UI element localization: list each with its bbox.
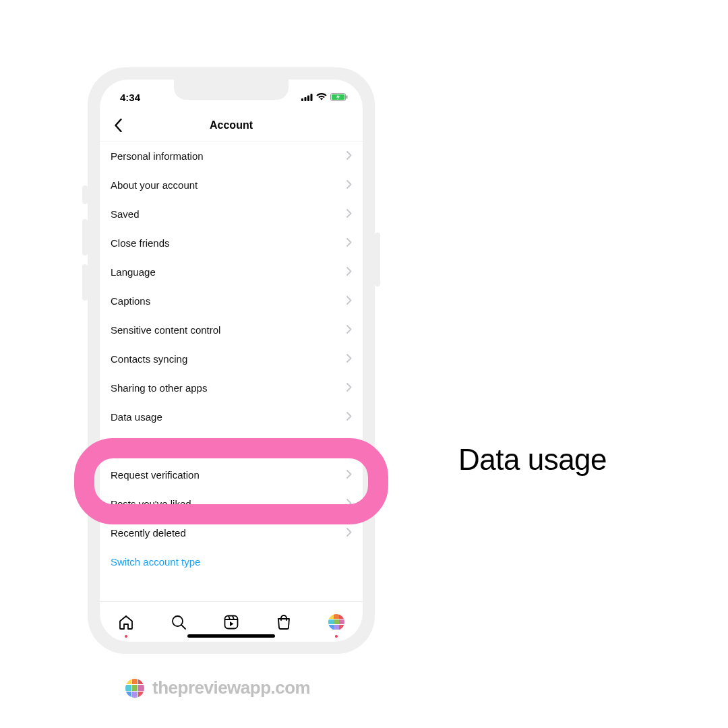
notification-dot — [335, 635, 338, 638]
footer-url: thepreviewapp.com — [152, 677, 310, 698]
chevron-right-icon — [346, 498, 352, 510]
chevron-right-icon — [346, 208, 352, 220]
row-label: Saved — [111, 208, 140, 220]
side-button — [82, 185, 88, 204]
tab-search[interactable] — [169, 613, 188, 632]
tab-profile[interactable] — [327, 613, 346, 632]
row-label: Contacts syncing — [111, 353, 187, 365]
row-close-friends[interactable]: Close friends — [100, 229, 363, 257]
tab-home[interactable] — [117, 613, 135, 632]
row-about-your-account[interactable]: About your account — [100, 171, 363, 200]
profile-avatar-icon — [328, 614, 344, 630]
row-original-photos[interactable]: Original photos — [100, 431, 363, 460]
chevron-right-icon — [346, 324, 352, 336]
svg-line-8 — [181, 625, 185, 629]
search-icon — [171, 614, 187, 630]
nav-header: Account — [100, 109, 363, 142]
side-button — [82, 219, 88, 255]
status-time: 4:34 — [120, 92, 140, 103]
row-data-usage[interactable]: Data usage — [100, 402, 363, 431]
chevron-right-icon — [346, 237, 352, 249]
tab-shop[interactable] — [274, 613, 293, 632]
home-icon — [118, 614, 134, 630]
battery-charging-icon — [330, 92, 348, 103]
reels-icon — [223, 614, 239, 630]
chevron-left-icon — [114, 119, 123, 132]
row-label: Data usage — [111, 411, 162, 423]
svg-rect-0 — [301, 98, 303, 101]
footer-brand: thepreviewapp.com — [125, 677, 310, 698]
row-label: Posts you've liked — [111, 498, 191, 510]
chevron-right-icon — [346, 469, 352, 481]
chevron-right-icon — [346, 266, 352, 278]
row-label: Personal information — [111, 150, 204, 162]
svg-rect-3 — [311, 94, 313, 101]
back-button[interactable] — [109, 117, 127, 134]
row-label: Captions — [111, 295, 150, 307]
row-saved[interactable]: Saved — [100, 200, 363, 229]
row-sensitive-content-control[interactable]: Sensitive content control — [100, 315, 363, 344]
brand-logo-icon — [125, 679, 144, 698]
svg-rect-1 — [305, 97, 307, 101]
row-label: Switch account type — [111, 556, 200, 568]
notification-dot — [125, 635, 127, 638]
notch — [174, 80, 289, 100]
row-label: Language — [111, 266, 156, 278]
row-label: About your account — [111, 179, 198, 191]
svg-rect-9 — [225, 615, 238, 628]
signal-icon — [301, 92, 313, 103]
wifi-icon — [316, 92, 327, 103]
svg-rect-2 — [307, 95, 309, 101]
row-label: Request verification — [111, 469, 200, 481]
side-button — [82, 264, 88, 301]
row-recently-deleted[interactable]: Recently deleted — [100, 518, 363, 547]
page-title: Account — [100, 119, 363, 131]
chevron-right-icon — [346, 295, 352, 307]
chevron-right-icon — [346, 382, 352, 394]
side-button — [375, 233, 380, 286]
chevron-right-icon — [346, 411, 352, 423]
callout-text: Data usage — [458, 443, 607, 477]
row-label: Sharing to other apps — [111, 382, 207, 394]
settings-list: Personal information About your account … — [100, 142, 363, 601]
home-indicator[interactable] — [187, 634, 275, 638]
shop-icon — [276, 614, 292, 630]
phone-frame: 4:34 Account Personal information Ab — [88, 67, 375, 654]
row-label: Sensitive content control — [111, 324, 220, 336]
chevron-right-icon — [346, 440, 352, 452]
row-label: Recently deleted — [111, 527, 186, 539]
chevron-right-icon — [346, 150, 352, 162]
row-language[interactable]: Language — [100, 257, 363, 286]
svg-rect-6 — [346, 95, 348, 98]
row-switch-account-type[interactable]: Switch account type — [100, 547, 363, 576]
row-captions[interactable]: Captions — [100, 286, 363, 315]
phone-screen: 4:34 Account Personal information Ab — [100, 80, 363, 642]
chevron-right-icon — [346, 527, 352, 539]
tab-bar — [100, 601, 363, 642]
row-sharing-to-other-apps[interactable]: Sharing to other apps — [100, 373, 363, 402]
row-label: Close friends — [111, 237, 170, 249]
row-posts-youve-liked[interactable]: Posts you've liked — [100, 489, 363, 518]
row-contacts-syncing[interactable]: Contacts syncing — [100, 344, 363, 373]
tab-reels[interactable] — [222, 613, 241, 632]
chevron-right-icon — [346, 353, 352, 365]
row-label: Original photos — [111, 440, 179, 452]
row-request-verification[interactable]: Request verification — [100, 460, 363, 489]
chevron-right-icon — [346, 179, 352, 191]
row-personal-information[interactable]: Personal information — [100, 142, 363, 171]
